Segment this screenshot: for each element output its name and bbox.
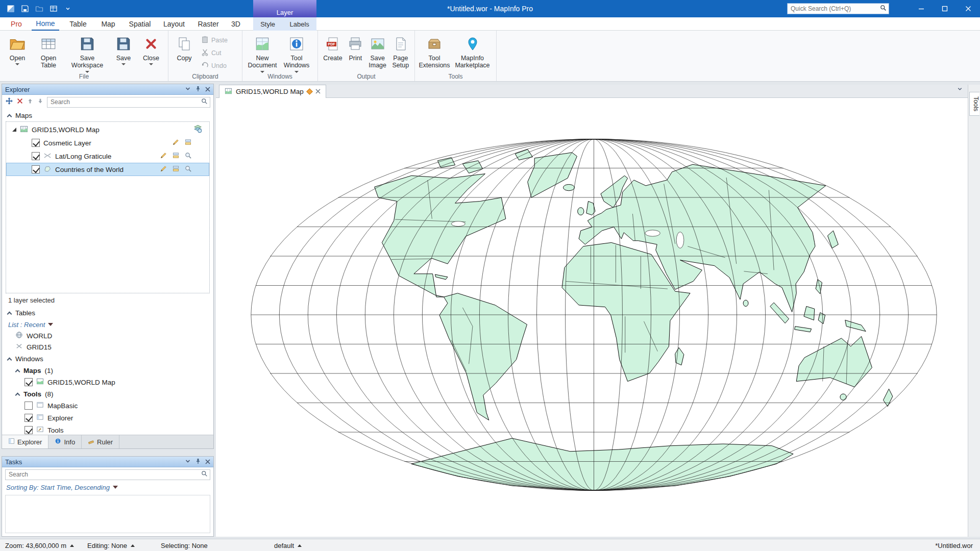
edit-pencil-icon[interactable] bbox=[160, 165, 167, 174]
layer-visibility-checkbox[interactable] bbox=[32, 152, 40, 160]
window-item-explorer[interactable]: Explorer bbox=[2, 412, 213, 424]
maximize-button[interactable] bbox=[933, 0, 957, 17]
save-workspace-qat-icon[interactable] bbox=[19, 3, 31, 14]
close-button[interactable]: Close bbox=[138, 32, 164, 67]
remove-icon[interactable] bbox=[16, 97, 23, 107]
window-visibility-checkbox[interactable] bbox=[24, 414, 33, 422]
tab-pro[interactable]: Pro bbox=[7, 17, 26, 31]
tab-home[interactable]: Home bbox=[32, 17, 59, 31]
window-item-map[interactable]: GRID15,WORLD Map bbox=[2, 376, 213, 388]
panel-pin-icon[interactable] bbox=[195, 85, 201, 94]
explorer-panel: Explorer Maps bbox=[2, 84, 214, 449]
bottom-tab-info[interactable]: Info bbox=[48, 435, 82, 448]
status-zoom[interactable]: Zoom: 43,600,000 m bbox=[5, 539, 74, 551]
bottom-tab-explorer[interactable]: Explorer bbox=[2, 435, 48, 448]
tab-labels[interactable]: Labels bbox=[287, 20, 311, 28]
tab-table[interactable]: Table bbox=[65, 17, 91, 31]
tool-windows-button[interactable]: Tool Windows bbox=[280, 32, 313, 74]
panel-close-icon[interactable] bbox=[205, 457, 210, 466]
add-to-tree-icon[interactable] bbox=[5, 97, 13, 107]
tab-list-chevron-icon[interactable] bbox=[957, 85, 963, 94]
tool-extensions-button[interactable]: Tool Extensions bbox=[418, 32, 451, 71]
contextual-tab-group-layer: Layer bbox=[253, 0, 316, 17]
zoom-layering-icon[interactable] bbox=[184, 165, 192, 174]
tree-node-map[interactable]: GRID15,WORLD Map bbox=[6, 123, 209, 136]
copy-button[interactable]: Copy bbox=[172, 32, 197, 63]
windows-tools-group[interactable]: Tools (8) bbox=[2, 388, 213, 399]
map-options-icon[interactable] bbox=[193, 124, 202, 135]
section-tables[interactable]: Tables bbox=[2, 307, 213, 319]
status-editing[interactable]: Editing: None bbox=[87, 539, 135, 551]
edit-pencil-icon[interactable] bbox=[172, 138, 180, 147]
tables-filter[interactable]: List : Recent bbox=[2, 319, 213, 330]
window-item-mapbasic[interactable]: MapBasic bbox=[2, 399, 213, 412]
zoom-layering-icon[interactable] bbox=[184, 152, 192, 161]
marketplace-button[interactable]: MapInfo Marketplace bbox=[452, 32, 493, 71]
table-item-world[interactable]: WORLD bbox=[2, 330, 213, 341]
tasks-search-input[interactable] bbox=[6, 471, 201, 478]
layer-visibility-checkbox[interactable] bbox=[32, 139, 40, 147]
layer-row-cosmetic[interactable]: Cosmetic Layer bbox=[6, 136, 209, 149]
undo-button[interactable]: Undo bbox=[198, 60, 231, 71]
map-canvas[interactable] bbox=[216, 98, 968, 537]
app-logo-icon[interactable] bbox=[5, 3, 16, 14]
save-workspace-button[interactable]: Save Workspace bbox=[65, 32, 109, 74]
tasks-sorting[interactable]: Sorting By: Start Time, Descending bbox=[2, 482, 213, 493]
print-button[interactable]: Print bbox=[346, 32, 365, 63]
table-item-grid15[interactable]: GRID15 bbox=[2, 341, 213, 353]
page-setup-button[interactable]: Page Setup bbox=[390, 32, 411, 71]
document-tab-map[interactable]: GRID15,WORLD Map bbox=[219, 85, 326, 98]
layer-style-icon[interactable] bbox=[172, 165, 180, 174]
move-down-icon[interactable] bbox=[37, 97, 44, 107]
layer-style-icon[interactable] bbox=[172, 152, 180, 161]
tree-expander-icon[interactable] bbox=[12, 128, 16, 132]
open-button[interactable]: Open bbox=[3, 32, 32, 67]
status-style[interactable]: default bbox=[274, 539, 302, 551]
move-up-icon[interactable] bbox=[27, 97, 34, 107]
panel-chevron-down-icon[interactable] bbox=[185, 85, 191, 94]
tab-layout[interactable]: Layout bbox=[160, 17, 188, 31]
close-window-button[interactable] bbox=[957, 0, 980, 17]
cut-button[interactable]: Cut bbox=[198, 47, 231, 59]
new-document-button[interactable]: New Document bbox=[246, 32, 279, 74]
paste-button[interactable]: Paste bbox=[198, 34, 231, 46]
section-maps[interactable]: Maps bbox=[2, 109, 213, 121]
layer-row-graticule[interactable]: Lat/Long Graticule bbox=[6, 149, 209, 163]
qat-customize-chevron-icon[interactable] bbox=[62, 3, 74, 14]
tasks-search-box[interactable] bbox=[5, 469, 210, 480]
window-visibility-checkbox[interactable] bbox=[24, 378, 33, 386]
window-visibility-checkbox[interactable] bbox=[24, 426, 33, 434]
panel-chevron-down-icon[interactable] bbox=[185, 457, 191, 466]
panel-pin-icon[interactable] bbox=[195, 457, 201, 466]
save-image-button[interactable]: Save Image bbox=[366, 32, 389, 71]
layer-row-countries[interactable]: Countries of the World bbox=[6, 163, 209, 176]
tab-close-icon[interactable] bbox=[315, 88, 321, 95]
quick-search-box[interactable] bbox=[787, 3, 889, 14]
layer-style-icon[interactable] bbox=[184, 138, 192, 147]
window-item-tools[interactable]: Tools bbox=[2, 424, 213, 435]
window-visibility-checkbox[interactable] bbox=[24, 402, 33, 410]
section-windows[interactable]: Windows bbox=[2, 353, 213, 365]
table-qat-icon[interactable] bbox=[48, 3, 59, 14]
tab-style[interactable]: Style bbox=[258, 20, 277, 28]
explorer-search-input[interactable] bbox=[47, 98, 201, 106]
open-table-button[interactable]: Open Table bbox=[33, 32, 64, 71]
open-qat-icon[interactable] bbox=[34, 3, 45, 14]
minimize-button[interactable] bbox=[910, 0, 933, 17]
edit-pencil-icon[interactable] bbox=[160, 152, 167, 161]
status-selecting[interactable]: Selecting: None bbox=[161, 539, 208, 551]
tab-3d[interactable]: 3D bbox=[228, 17, 244, 31]
tab-map[interactable]: Map bbox=[97, 17, 119, 31]
layer-visibility-checkbox[interactable] bbox=[32, 165, 40, 173]
window-title: *Untitled.wor - MapInfo Pro bbox=[447, 0, 533, 17]
panel-close-icon[interactable] bbox=[205, 85, 210, 94]
explorer-search-box[interactable] bbox=[47, 97, 210, 108]
quick-search-input[interactable] bbox=[788, 5, 880, 12]
windows-maps-group[interactable]: Maps (1) bbox=[2, 365, 213, 376]
save-button[interactable]: Save bbox=[110, 32, 137, 67]
tab-raster[interactable]: Raster bbox=[195, 17, 222, 31]
tab-spatial[interactable]: Spatial bbox=[126, 17, 154, 31]
bottom-tab-ruler[interactable]: Ruler bbox=[82, 435, 119, 448]
tools-side-tab[interactable]: Tools bbox=[969, 92, 979, 116]
create-pdf-button[interactable]: PDF Create bbox=[321, 32, 345, 63]
